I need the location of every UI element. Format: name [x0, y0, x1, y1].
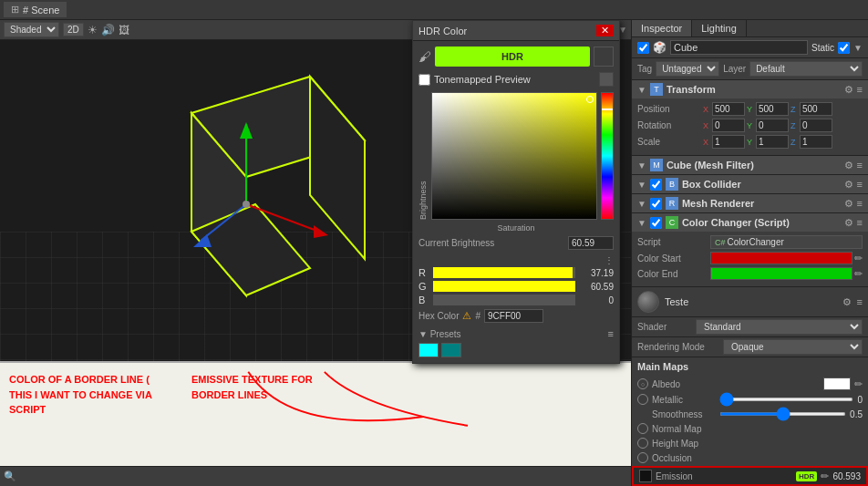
scale-z-label: Z: [790, 138, 799, 147]
color-start-label: Color Start: [637, 253, 710, 264]
shader-select[interactable]: Standard: [696, 319, 863, 335]
material-menu-icon[interactable]: ≡: [857, 296, 863, 307]
shader-label: Shader: [637, 322, 692, 332]
2d-button[interactable]: 2D: [63, 23, 84, 36]
material-sphere: [637, 291, 659, 313]
color-start-row: Color Start ✏: [637, 252, 863, 264]
color-changer-header[interactable]: ▼ C Color Changer (Script) ⚙ ≡: [632, 213, 868, 232]
color-start-picker-icon[interactable]: ✏: [854, 253, 863, 264]
box-collider-header[interactable]: ▼ B Box Collider ⚙ ≡: [632, 175, 868, 193]
rendering-mode-select[interactable]: Opaque: [723, 339, 863, 355]
mesh-renderer-header[interactable]: ▼ R Mesh Renderer ⚙ ≡: [632, 194, 868, 212]
b-value: 0: [579, 295, 614, 305]
smoothness-label: Smoothness: [652, 409, 716, 419]
material-settings-icon[interactable]: ⚙: [842, 296, 852, 308]
box-collider-menu-icon[interactable]: ≡: [857, 179, 863, 190]
g-slider-bg[interactable]: [433, 281, 575, 292]
saturation-label: Saturation: [497, 223, 534, 233]
hdr-button[interactable]: HDR: [435, 47, 590, 67]
pos-y-input[interactable]: [756, 102, 789, 116]
mesh-renderer-icon: R: [666, 197, 678, 210]
pos-z-input[interactable]: [800, 102, 832, 116]
box-collider-title: Box Collider: [682, 179, 841, 190]
mesh-filter-title: Cube (Mesh Filter): [666, 160, 841, 171]
rendering-mode-row: Rendering Mode Opaque: [632, 337, 868, 357]
sun-icon: ☀: [88, 24, 98, 36]
rot-y-input[interactable]: [756, 119, 789, 132]
hue-strip[interactable]: [601, 92, 614, 220]
color-end-swatch[interactable]: [710, 267, 852, 280]
presets-label[interactable]: ▼ Presets: [418, 329, 461, 339]
color-changer-settings-icon[interactable]: ⚙: [844, 217, 853, 229]
mesh-filter-settings-icon[interactable]: ⚙: [844, 160, 853, 171]
hex-input[interactable]: [484, 309, 543, 323]
r-value: 37.19: [579, 268, 614, 278]
rot-z-input[interactable]: [800, 119, 832, 132]
albedo-pencil-icon[interactable]: ✏: [854, 378, 863, 390]
tonemapped-checkbox[interactable]: [418, 74, 430, 86]
tab-lighting[interactable]: Lighting: [692, 20, 747, 36]
transform-settings-icon[interactable]: ⚙: [844, 84, 853, 96]
shading-mode-select[interactable]: Shaded: [4, 22, 59, 37]
sat-brightness-picker[interactable]: [431, 92, 597, 220]
color-start-swatch[interactable]: [710, 252, 852, 264]
left-annotation: COLOR OF A BORDER LINE ( THIS I WANT TO …: [9, 372, 155, 418]
color-changer-menu-icon[interactable]: ≡: [857, 217, 863, 228]
mesh-filter-menu-icon[interactable]: ≡: [857, 160, 863, 171]
layer-select[interactable]: Default: [749, 61, 863, 77]
scale-z-input[interactable]: [800, 135, 832, 149]
image-icon: 🖼: [119, 24, 129, 36]
mesh-renderer-component: ▼ R Mesh Renderer ⚙ ≡: [632, 194, 868, 213]
eyedropper-icon[interactable]: 🖌: [418, 49, 431, 64]
scale-x-input[interactable]: [712, 135, 745, 149]
metallic-slider[interactable]: [719, 398, 853, 401]
mesh-filter-header[interactable]: ▼ M Cube (Mesh Filter) ⚙ ≡: [632, 156, 868, 174]
scene-tab-label: ⊞ # Scene: [4, 2, 67, 17]
current-brightness-label: Current Brightness: [418, 238, 494, 248]
presets-section: ▼ Presets ≡: [418, 328, 614, 357]
rot-x-label: X: [703, 121, 711, 130]
script-value-area[interactable]: C# ColorChanger: [710, 235, 863, 249]
top-bar: ⊞ # Scene: [0, 0, 868, 20]
static-checkbox[interactable]: [838, 42, 850, 54]
presets-menu-icon[interactable]: ≡: [608, 328, 614, 339]
object-active-checkbox[interactable]: [637, 42, 649, 54]
preset-cyan-swatch[interactable]: [418, 343, 439, 357]
smoothness-value: 0.5: [850, 409, 863, 419]
transform-header[interactable]: ▼ T Transform ⚙ ≡: [632, 80, 868, 98]
b-slider-bg[interactable]: [433, 295, 575, 305]
box-collider-checkbox[interactable]: [650, 179, 662, 191]
mesh-renderer-settings-icon[interactable]: ⚙: [844, 198, 853, 210]
r-slider-bg[interactable]: [433, 267, 575, 278]
color-end-picker-icon[interactable]: ✏: [854, 268, 863, 280]
color-corner-swatch: [599, 72, 614, 87]
box-collider-settings-icon[interactable]: ⚙: [844, 179, 853, 191]
static-dropdown-icon[interactable]: ▼: [853, 43, 863, 53]
tab-inspector[interactable]: Inspector: [632, 20, 692, 36]
object-name-input[interactable]: [670, 40, 808, 55]
hex-warning-icon: ⚠: [462, 310, 471, 322]
scale-y-input[interactable]: [756, 135, 789, 149]
scale-row: Scale X Y Z: [637, 135, 863, 149]
current-brightness-input[interactable]: [568, 236, 614, 250]
transform-menu-icon[interactable]: ≡: [857, 84, 863, 95]
preset-teal-swatch[interactable]: [441, 343, 461, 357]
rot-x-input[interactable]: [712, 119, 745, 132]
mesh-renderer-menu-icon[interactable]: ≡: [857, 198, 863, 209]
albedo-swatch[interactable]: [823, 377, 851, 390]
tonemapped-row: Tonemapped Preview: [418, 72, 614, 87]
tag-select[interactable]: Untagged: [656, 61, 719, 77]
annotation-area: COLOR OF A BORDER LINE ( THIS I WANT TO …: [0, 361, 631, 466]
pos-z-label: Z: [790, 105, 799, 114]
hdr-close-button[interactable]: ✕: [596, 25, 614, 36]
pos-x-input[interactable]: [712, 102, 745, 116]
material-name: Teste: [665, 296, 837, 307]
smoothness-slider[interactable]: [719, 412, 846, 416]
mesh-renderer-checkbox[interactable]: [650, 198, 662, 210]
mesh-filter-collapse-icon: ▼: [637, 160, 646, 171]
color-changer-checkbox[interactable]: [650, 217, 662, 229]
scene-icon: ⊞: [11, 4, 19, 16]
emission-pencil-icon[interactable]: ✏: [821, 470, 829, 482]
emission-swatch[interactable]: [639, 470, 652, 482]
shader-row: Shader Standard: [632, 317, 868, 337]
